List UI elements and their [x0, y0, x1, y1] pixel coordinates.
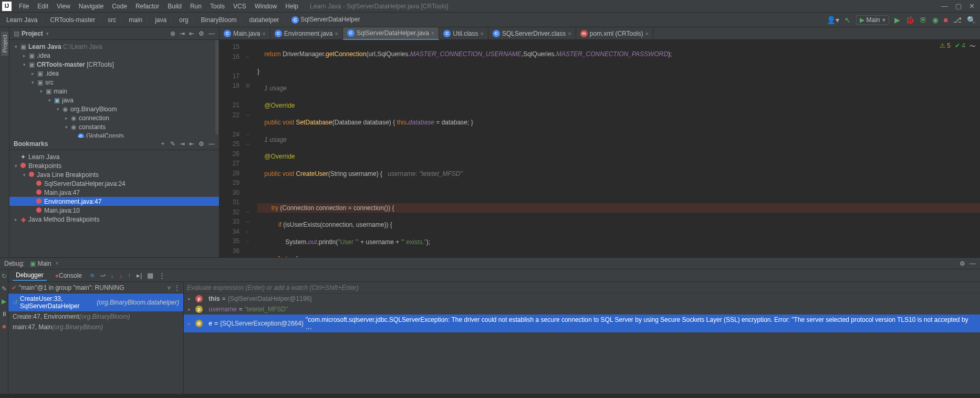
- collapse-all-icon[interactable]: ⇤: [189, 30, 194, 37]
- force-step-icon[interactable]: ↓: [119, 271, 123, 279]
- show-exec-point-icon[interactable]: ≡: [90, 271, 95, 279]
- tab-util[interactable]: CUtil.class×: [439, 27, 488, 40]
- code-content[interactable]: return DriverManager.getConnection(url,S…: [253, 40, 980, 257]
- frames-more-icon[interactable]: ⋮: [174, 284, 180, 291]
- crumb-8[interactable]: CSqlServerDataHelper: [289, 16, 362, 24]
- menu-view[interactable]: View: [53, 3, 75, 10]
- var-row[interactable]: ▸p username = "tetetet_MFSD": [184, 304, 980, 315]
- console-tab[interactable]: ●Console: [52, 271, 85, 280]
- add-user-icon[interactable]: 👤▾: [827, 16, 839, 24]
- thread-label[interactable]: "main"@1 in group "main": RUNNING: [19, 284, 124, 291]
- close-icon[interactable]: ×: [480, 30, 483, 37]
- tree-scrollbar[interactable]: [215, 40, 218, 134]
- minimize-icon[interactable]: —: [941, 2, 948, 10]
- frame-row[interactable]: ↺CreateUser:33, SqlServerDataHelper (org…: [8, 294, 183, 311]
- close-icon[interactable]: ×: [262, 30, 265, 37]
- resume-icon[interactable]: ▶: [2, 298, 6, 305]
- menu-window[interactable]: Window: [251, 3, 282, 10]
- menu-file[interactable]: File: [15, 3, 33, 10]
- crumb-3[interactable]: main: [127, 16, 144, 24]
- var-row[interactable]: ▸p this = {SqlServerDataHelper@1196}: [184, 294, 980, 304]
- tab-pom[interactable]: mpom.xml (CRTools)×: [576, 27, 653, 40]
- crumb-4[interactable]: java: [153, 16, 169, 24]
- modify-icon[interactable]: ✎: [2, 285, 7, 292]
- menu-help[interactable]: Help: [281, 3, 303, 10]
- run-button[interactable]: ▶: [894, 16, 900, 24]
- select-open-icon[interactable]: ⊕: [170, 30, 175, 37]
- more-icon[interactable]: ⋮: [159, 271, 165, 279]
- stop-debug-icon[interactable]: ■: [2, 323, 6, 330]
- tab-sqlhelper[interactable]: CSqlServerDataHelper.java×: [343, 27, 440, 40]
- bm-collapse-icon[interactable]: ⇤: [189, 140, 194, 148]
- bookmark-selected[interactable]: Environment.java:47: [9, 197, 219, 206]
- run-config-selector[interactable]: ▶Main▾: [856, 15, 889, 25]
- project-tree[interactable]: ▾▣Learn Java C:\Learn Java ▸▣.idea ▾▣CRT…: [9, 40, 219, 138]
- crumb-1[interactable]: CRTools-master: [48, 16, 97, 24]
- rerun-icon[interactable]: ↻: [2, 273, 7, 280]
- hide-icon[interactable]: —: [208, 30, 215, 37]
- menu-build[interactable]: Build: [163, 3, 186, 10]
- edit-bm-icon[interactable]: ✎: [170, 140, 175, 148]
- git-icon[interactable]: ⎇: [953, 16, 962, 24]
- coverage-button[interactable]: ⛨: [920, 16, 927, 24]
- filter-icon[interactable]: ▿: [168, 284, 171, 291]
- tab-driver[interactable]: CSQLServerDriver.class×: [488, 27, 576, 40]
- eval-input[interactable]: [187, 284, 977, 291]
- gutter[interactable]: 151617 ⬆18 21 ⬆22 24 2526272829303132333…: [220, 40, 243, 257]
- bm-hide-icon[interactable]: —: [208, 140, 215, 148]
- menu-tools[interactable]: Tools: [206, 3, 229, 10]
- project-label[interactable]: Project: [22, 30, 43, 37]
- run-to-cursor-icon[interactable]: ▸|: [137, 271, 142, 279]
- crumb-5[interactable]: org: [177, 16, 190, 24]
- close-icon[interactable]: ×: [56, 260, 59, 266]
- close-icon[interactable]: ×: [568, 30, 571, 37]
- menu-run[interactable]: Run: [186, 3, 206, 10]
- eval-icon[interactable]: ▦: [147, 271, 153, 279]
- class-icon: C: [291, 16, 299, 24]
- var-row-selected[interactable]: ▸⊘ e = {SQLServerException@2664} "com.mi…: [184, 315, 980, 332]
- close-icon[interactable]: ×: [431, 30, 434, 36]
- crumb-0[interactable]: Learn Java: [4, 16, 39, 24]
- step-into-icon[interactable]: ↓: [111, 271, 114, 279]
- hide-debug-icon[interactable]: —: [969, 260, 976, 267]
- add-bm-icon[interactable]: ＋: [160, 139, 166, 148]
- crumb-7[interactable]: datahelper: [247, 16, 282, 24]
- editor-tabs: CMain.java× CEnvironment.java× CSqlServe…: [220, 27, 980, 40]
- crumb-6[interactable]: BinaryBloom: [199, 16, 239, 24]
- menu-navigate[interactable]: Navigate: [75, 3, 108, 10]
- menu-edit[interactable]: Edit: [33, 3, 53, 10]
- project-panel-header: ▤ Project▾ ⊕ ⇥ ⇤ ⚙ —: [9, 27, 219, 40]
- close-window-icon[interactable]: ✕: [969, 2, 975, 10]
- tab-main[interactable]: CMain.java×: [220, 27, 270, 40]
- settings-icon[interactable]: ⚙: [199, 30, 204, 37]
- frame-row[interactable]: Create:47, Environment (org.BinaryBloom): [8, 311, 183, 322]
- build-icon[interactable]: ↖: [845, 16, 851, 24]
- step-over-icon[interactable]: ⤻: [100, 271, 106, 279]
- project-tool-tab[interactable]: Project: [1, 32, 8, 56]
- frame-row[interactable]: main:47, Main (org.BinaryBloom): [8, 322, 183, 332]
- bookmarks-tree[interactable]: ✦Learn Java ▾Breakpoints ▾Java Line Brea…: [9, 150, 219, 257]
- menu-vcs[interactable]: VCS: [229, 3, 251, 10]
- debug-button[interactable]: 🐞: [905, 16, 914, 24]
- window-title: Learn Java - SqlServerDataHelper.java [C…: [310, 3, 448, 10]
- tab-env[interactable]: CEnvironment.java×: [270, 27, 343, 40]
- bm-settings-icon[interactable]: ⚙: [199, 140, 204, 148]
- bm-expand-icon[interactable]: ⇥: [180, 140, 185, 148]
- menu-refactor[interactable]: Refactor: [131, 3, 163, 10]
- close-icon[interactable]: ×: [335, 30, 338, 37]
- step-out-icon[interactable]: ↑: [128, 271, 132, 279]
- gear-icon[interactable]: ⚙: [960, 260, 965, 267]
- debug-session-tab[interactable]: ▣Main×: [30, 260, 59, 267]
- debugger-tab[interactable]: Debugger: [13, 270, 47, 281]
- menu-code[interactable]: Code: [108, 3, 131, 10]
- code-editor[interactable]: ⚠ 5✔ 4〜 151617 ⬆18 21 ⬆22 24 25262728293…: [220, 40, 980, 257]
- expand-all-icon[interactable]: ⇥: [180, 30, 185, 37]
- crumb-2[interactable]: src: [106, 16, 118, 24]
- search-icon[interactable]: 🔍: [967, 16, 976, 24]
- close-icon[interactable]: ×: [645, 30, 649, 37]
- fold-column[interactable]: ⌐⊟─────⌐⌐: [243, 40, 253, 257]
- profile-button[interactable]: ◉: [932, 16, 939, 24]
- pause-icon[interactable]: ⏸: [1, 310, 7, 318]
- maximize-icon[interactable]: ▢: [955, 2, 962, 10]
- stop-button[interactable]: ■: [944, 16, 948, 24]
